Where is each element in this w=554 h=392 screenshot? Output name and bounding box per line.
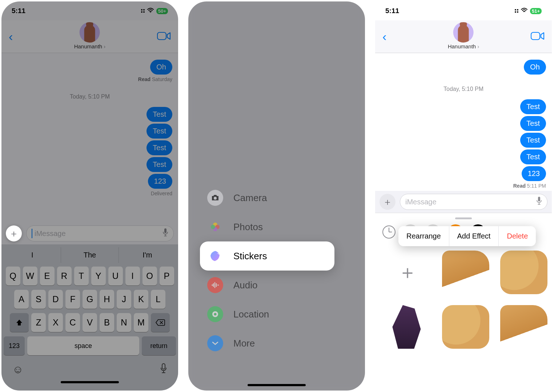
shift-key[interactable]	[10, 313, 29, 332]
message-bubble[interactable]: Test	[520, 116, 546, 131]
message-bubble[interactable]: Test	[146, 140, 172, 155]
apps-menu: Camera Photos Stickers Audio Location	[200, 183, 334, 358]
facetime-button[interactable]	[157, 31, 171, 42]
key-a[interactable]: A	[14, 290, 29, 309]
key-o[interactable]: O	[142, 267, 157, 285]
sticker-drawer[interactable]: Rearrange Add Effect Delete ＋	[375, 213, 552, 355]
sugg[interactable]: The	[61, 247, 118, 263]
photos-icon	[207, 219, 223, 235]
return-key[interactable]: return	[142, 336, 176, 355]
key-x[interactable]: X	[48, 313, 63, 332]
sugg[interactable]: I	[4, 247, 61, 263]
key-u[interactable]: U	[108, 267, 123, 285]
menu-delete[interactable]: Delete	[498, 226, 536, 246]
key-f[interactable]: F	[65, 290, 80, 309]
back-button[interactable]: ‹	[9, 29, 13, 44]
plus-button[interactable]: ＋	[380, 194, 396, 210]
message-list[interactable]: Oh Today, 5:10 PM Test Test Test Test 12…	[375, 53, 552, 191]
battery-icon: 51+	[530, 8, 542, 14]
message-input[interactable]: iMessage	[400, 194, 547, 210]
timestamp: Today, 5:10 PM	[443, 86, 483, 92]
message-bubble[interactable]: Test	[146, 124, 172, 139]
key-w[interactable]: W	[23, 267, 37, 285]
contact-chip[interactable]: Hanumanth	[74, 22, 106, 49]
key-z[interactable]: Z	[31, 313, 46, 332]
drawer-grabber[interactable]	[455, 217, 472, 219]
key-j[interactable]: J	[117, 290, 131, 309]
message-bubble[interactable]: 123	[522, 166, 546, 181]
sticker-item[interactable]	[500, 251, 547, 294]
message-bubble[interactable]: 123	[148, 174, 172, 189]
message-bubble[interactable]: Test	[520, 99, 546, 114]
message-bubble[interactable]: Test	[520, 133, 546, 148]
key-e[interactable]: E	[40, 267, 55, 285]
key-l[interactable]: L	[151, 290, 165, 309]
backspace-key[interactable]	[151, 313, 170, 332]
sticker-item[interactable]	[442, 251, 489, 294]
message-bubble[interactable]: Oh	[524, 60, 546, 75]
dictation-icon[interactable]	[162, 228, 168, 239]
space-key[interactable]: space	[27, 336, 139, 355]
dictation-key[interactable]	[160, 363, 167, 376]
plus-button[interactable]: ＋	[6, 225, 22, 241]
menu-camera[interactable]: Camera	[200, 183, 334, 212]
add-sticker-button[interactable]: ＋	[384, 251, 431, 294]
emoji-key[interactable]: ☺	[12, 363, 24, 376]
read-receipt: Read 5:11 PM	[513, 183, 546, 189]
recents-tab[interactable]	[382, 225, 396, 239]
keyboard[interactable]: I The I'm QWERTYUIOP ASDFGHJKL ZXCVBNM 1…	[1, 244, 178, 391]
message-bubble[interactable]: Test	[146, 157, 172, 172]
home-indicator[interactable]	[248, 384, 306, 386]
stickers-icon	[207, 248, 223, 264]
screenshot-3: 5:11 51+ ‹ Hanumanth Oh Today, 5:10 PM T…	[375, 1, 552, 391]
key-m[interactable]: M	[134, 313, 148, 332]
svg-point-3	[214, 197, 217, 200]
menu-stickers[interactable]: Stickers	[200, 241, 334, 271]
menu-more[interactable]: More	[200, 329, 334, 358]
message-bubble[interactable]: Oh	[150, 60, 172, 75]
back-button[interactable]: ‹	[382, 29, 386, 44]
delivered-label: Delivered	[151, 191, 172, 196]
svg-rect-2	[162, 364, 165, 369]
key-v[interactable]: V	[83, 313, 97, 332]
menu-rearrange[interactable]: Rearrange	[398, 226, 449, 246]
key-g[interactable]: G	[83, 290, 97, 309]
placeholder: iMessage	[405, 198, 437, 206]
key-d[interactable]: D	[48, 290, 63, 309]
menu-location[interactable]: Location	[200, 300, 334, 329]
avatar	[453, 22, 474, 43]
dictation-icon[interactable]	[536, 196, 542, 207]
home-indicator[interactable]	[61, 381, 119, 383]
svg-rect-11	[538, 197, 540, 201]
menu-photos[interactable]: Photos	[200, 212, 334, 241]
key-y[interactable]: Y	[91, 267, 106, 285]
key-t[interactable]: T	[74, 267, 89, 285]
message-bubble[interactable]: Test	[146, 107, 172, 122]
screenshot-2: Camera Photos Stickers Audio Location	[188, 1, 365, 391]
message-input[interactable]: iMessage	[26, 225, 174, 241]
sticker-item[interactable]	[384, 305, 431, 349]
key-k[interactable]: K	[134, 290, 148, 309]
menu-audio[interactable]: Audio	[200, 271, 334, 300]
key-r[interactable]: R	[57, 267, 72, 285]
clock-time: 5:11	[12, 7, 25, 15]
key-b[interactable]: B	[100, 313, 114, 332]
key-h[interactable]: H	[100, 290, 114, 309]
key-n[interactable]: N	[117, 313, 131, 332]
sticker-item[interactable]	[500, 305, 547, 349]
menu-add-effect[interactable]: Add Effect	[449, 226, 499, 246]
facetime-button[interactable]	[531, 31, 545, 42]
key-q[interactable]: Q	[6, 267, 20, 285]
contact-chip[interactable]: Hanumanth	[448, 22, 479, 49]
key-c[interactable]: C	[65, 313, 80, 332]
message-list[interactable]: Oh Read Saturday Today, 5:10 PM Test Tes…	[1, 53, 178, 223]
key-i[interactable]: I	[125, 267, 140, 285]
sticker-grid: ＋	[380, 244, 547, 355]
numbers-key[interactable]: 123	[4, 336, 25, 355]
svg-rect-0	[157, 32, 166, 40]
sugg[interactable]: I'm	[119, 247, 176, 263]
key-p[interactable]: P	[160, 267, 174, 285]
key-s[interactable]: S	[31, 290, 46, 309]
message-bubble[interactable]: Test	[520, 149, 546, 164]
sticker-item[interactable]	[442, 305, 489, 349]
